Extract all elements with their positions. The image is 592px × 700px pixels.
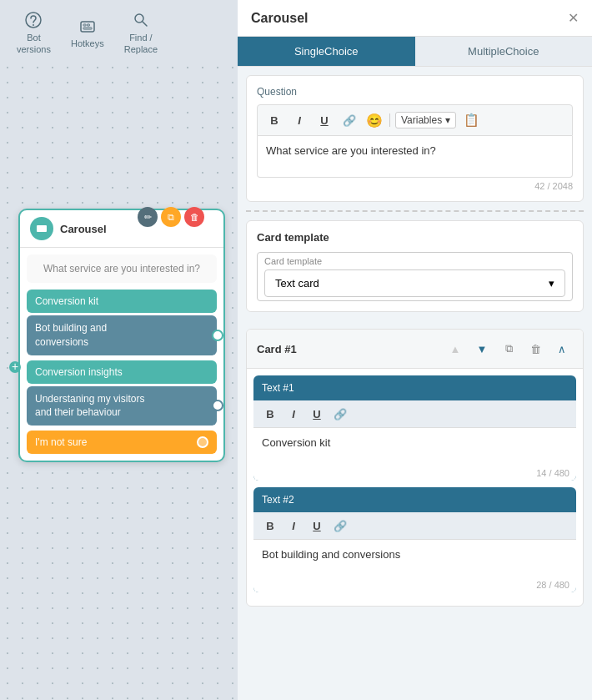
tab-single-choice-label: SingleChoice — [294, 45, 359, 58]
toolbar-find-replace-label: Find / Replace — [124, 32, 158, 56]
svg-line-7 — [143, 22, 147, 26]
card-template-chevron-icon: ▾ — [549, 277, 554, 290]
choice-conversion-insights[interactable]: Conversion insights — [27, 360, 217, 384]
question-link-button[interactable]: 🔗 — [339, 110, 359, 130]
question-underline-button[interactable]: U — [314, 110, 334, 130]
tabs-row: SingleChoice MultipleChoice — [238, 37, 592, 67]
choice-understanding-visitors[interactable]: Understaning my visitorsand their behavi… — [27, 386, 217, 426]
svg-rect-3 — [83, 24, 86, 26]
card-template-dropdown[interactable]: Text card ▾ — [264, 269, 565, 297]
card-1-copy-button[interactable]: ⧉ — [498, 338, 519, 360]
text-block-1-header: Text #1 — [253, 375, 576, 400]
section-separator — [246, 210, 584, 212]
text1-bold-button[interactable]: B — [260, 404, 280, 424]
choice-understanding-connector — [212, 400, 223, 411]
text-block-1: Text #1 B I U 🔗 Conversion kit 14 / 480 — [253, 375, 576, 481]
question-editor-toolbar: B I U 🔗 😊 Variables ▾ 📋 — [257, 104, 573, 136]
editor-divider — [389, 113, 390, 127]
card-1-up-button[interactable]: ▲ — [444, 338, 466, 360]
choice-understanding-visitors-label: Understaning my visitorsand their behavi… — [35, 392, 144, 421]
question-template-button[interactable]: 📋 — [461, 110, 481, 130]
bot-versions-icon — [23, 10, 43, 30]
card-1-collapse-button[interactable]: ∧ — [551, 338, 573, 360]
tab-multiple-choice-label: MultipleChoice — [468, 45, 539, 58]
question-bold-button[interactable]: B — [264, 110, 284, 130]
text-block-1-area[interactable]: Conversion kit — [253, 428, 576, 466]
text-block-2-toolbar: B I U 🔗 — [253, 512, 576, 540]
choice-conversion-kit[interactable]: Conversion kit — [27, 290, 217, 313]
text-block-2: Text #2 B I U 🔗 Bot building and convers… — [253, 487, 576, 592]
text1-underline-button[interactable]: U — [307, 404, 327, 424]
text1-link-button[interactable]: 🔗 — [330, 404, 350, 424]
copy-card-icon[interactable]: ⧉ — [161, 207, 181, 227]
svg-point-1 — [33, 24, 34, 26]
svg-rect-4 — [87, 24, 89, 26]
text-block-1-content: Conversion kit — [262, 436, 330, 449]
toolbar-bot-versions[interactable]: Bot versions — [10, 7, 58, 59]
text-block-2-char-count: 28 / 480 — [253, 577, 576, 592]
canvas-panel: Bot versions Hotkeys Find / Replace — [0, 0, 238, 700]
variables-chevron-icon: ▾ — [445, 114, 450, 126]
card-template-title: Card template — [257, 231, 573, 244]
tab-single-choice[interactable]: SingleChoice — [238, 37, 415, 66]
text2-underline-button[interactable]: U — [307, 516, 327, 536]
close-button[interactable]: ✕ — [568, 10, 579, 26]
svg-text:+: + — [12, 360, 18, 373]
carousel-card-icon — [30, 217, 53, 240]
question-emoji-button[interactable]: 😊 — [364, 110, 384, 130]
question-text-content: What service are you interested in? — [266, 144, 436, 157]
not-sure-connector — [197, 436, 208, 448]
find-replace-icon — [131, 10, 151, 30]
toolbar-hotkeys-label: Hotkeys — [71, 38, 104, 48]
card-template-section: Card template Card template Text card ▾ — [246, 220, 584, 312]
question-section: Question B I U 🔗 😊 Variables ▾ 📋 What se… — [246, 75, 584, 202]
not-sure-button[interactable]: I'm not sure — [27, 431, 217, 454]
question-char-count: 42 / 2048 — [257, 181, 573, 191]
panel-header: Carousel ✕ — [238, 0, 592, 37]
question-editor-area[interactable]: What service are you interested in? — [257, 136, 573, 178]
card-1-section: Card #1 ▲ ▼ ⧉ 🗑 ∧ Text #1 B I U 🔗 Conver… — [246, 329, 584, 607]
choice-conversion-kit-label: Conversion kit — [35, 295, 98, 307]
card-edit-icons: ✏ ⧉ 🗑 — [138, 207, 204, 227]
card-template-wrapper: Card template Text card ▾ — [257, 252, 573, 301]
text-block-1-char-count: 14 / 480 — [253, 466, 576, 481]
svg-rect-2 — [81, 22, 94, 32]
question-italic-button[interactable]: I — [289, 110, 309, 130]
choice-group-2: Conversion insights Understaning my visi… — [27, 360, 217, 426]
choice-group-1: Conversion kit Bot building andconversio… — [27, 290, 217, 355]
variables-dropdown[interactable]: Variables ▾ — [395, 112, 456, 128]
right-panel: Carousel ✕ SingleChoice MultipleChoice Q… — [238, 0, 592, 700]
carousel-canvas-card: Carousel What service are you interested… — [18, 209, 225, 462]
delete-card-icon[interactable]: 🗑 — [184, 207, 204, 227]
text-block-2-content: Bot building and conversions — [262, 548, 400, 561]
choice-conversion-insights-label: Conversion insights — [35, 366, 123, 378]
text-block-2-label: Text #2 — [262, 494, 294, 506]
svg-rect-8 — [37, 225, 47, 232]
toolbar-find-replace[interactable]: Find / Replace — [118, 7, 164, 59]
question-label: Question — [257, 86, 573, 98]
card-1-header: Card #1 ▲ ▼ ⧉ 🗑 ∧ — [247, 330, 583, 369]
text2-link-button[interactable]: 🔗 — [330, 516, 350, 536]
choice-bot-building-connector — [212, 330, 223, 341]
text1-italic-button[interactable]: I — [283, 404, 304, 424]
text2-bold-button[interactable]: B — [260, 516, 280, 536]
card-1-delete-button[interactable]: 🗑 — [524, 338, 546, 360]
card-template-inner-label: Card template — [264, 256, 565, 266]
svg-rect-5 — [83, 28, 92, 29]
carousel-card-title: Carousel — [60, 223, 107, 235]
choice-bot-building[interactable]: Bot building andconversions — [27, 315, 217, 355]
text2-italic-button[interactable]: I — [283, 516, 304, 536]
card-1-title: Card #1 — [257, 343, 297, 355]
text-block-2-area[interactable]: Bot building and conversions — [253, 540, 576, 577]
text-block-1-toolbar: B I U 🔗 — [253, 400, 576, 428]
edit-card-icon[interactable]: ✏ — [138, 207, 158, 227]
toolbar-hotkeys[interactable]: Hotkeys — [64, 13, 111, 52]
text-block-2-header: Text #2 — [253, 487, 576, 512]
text-block-1-label: Text #1 — [262, 382, 294, 394]
tab-multiple-choice[interactable]: MultipleChoice — [415, 37, 593, 66]
variables-label: Variables — [401, 114, 442, 126]
card-1-down-button[interactable]: ▼ — [471, 338, 493, 360]
not-sure-label: I'm not sure — [35, 436, 87, 448]
carousel-question-text: What service are you interested in? — [27, 254, 217, 283]
toolbar-bot-versions-label: Bot versions — [17, 32, 51, 56]
